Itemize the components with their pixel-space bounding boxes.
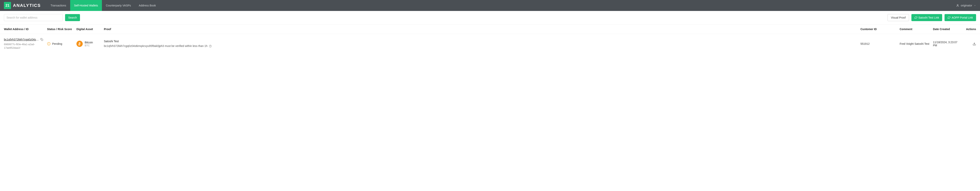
status-label: Pending bbox=[52, 42, 62, 45]
nav-self-hosted-wallets[interactable]: Self-Hosted Wallets bbox=[70, 0, 102, 11]
toolbar: Search Visual Proof Satoshi Test Link AO… bbox=[0, 11, 980, 24]
col-header-proof: Proof bbox=[104, 28, 861, 31]
user-name: originator bbox=[961, 4, 972, 7]
nav-transactions[interactable]: Transactions bbox=[47, 0, 70, 11]
pending-icon bbox=[47, 42, 51, 46]
satoshi-link-label: Satoshi Test Link bbox=[918, 16, 939, 19]
date-created: 11/18/2024, 3:23:07 PM bbox=[933, 41, 964, 47]
asset-name: Bitcoin bbox=[85, 41, 93, 44]
col-header-status: Status / Risk Score bbox=[47, 28, 76, 31]
refresh-icon bbox=[915, 16, 917, 19]
logo-text: ANALYTICS bbox=[13, 3, 41, 8]
satoshi-test-link-button[interactable]: Satoshi Test Link bbox=[912, 14, 942, 21]
table-row: bc1q5rh372kkh7cgq0z04stk... 6969977c-f93… bbox=[0, 34, 980, 54]
bitcoin-icon: ₿ bbox=[76, 40, 83, 48]
svg-rect-1 bbox=[41, 39, 43, 41]
asset-ticker: BTC bbox=[85, 44, 93, 47]
user-icon bbox=[956, 4, 959, 7]
wallet-id: 6969977c-f93e-46a1-a2ad-17ae852daa1f bbox=[4, 43, 44, 50]
topbar: 21 ANALYTICS Transactions Self-Hosted Wa… bbox=[0, 0, 980, 11]
refresh-icon bbox=[948, 16, 950, 19]
proof-body: bc1q5rh372kkh7cgq0z04stkmq4cvyu95f9ak0jp… bbox=[104, 44, 857, 48]
col-header-comment: Comment bbox=[900, 28, 933, 31]
aopp-portal-link-button[interactable]: AOPP Portal Link bbox=[945, 14, 976, 21]
wallet-address-link[interactable]: bc1q5rh372kkh7cgq0z04stk... bbox=[4, 38, 39, 41]
col-header-asset: Digital Asset bbox=[76, 28, 104, 31]
chevron-down-icon bbox=[974, 4, 976, 7]
nav-counterparty-vasps[interactable]: Counterparty VASPs bbox=[102, 0, 135, 11]
search-input[interactable] bbox=[4, 14, 63, 21]
visual-proof-button[interactable]: Visual Proof bbox=[888, 14, 909, 21]
table-header: Wallet Address / ID Status / Risk Score … bbox=[0, 24, 980, 34]
comment: Fred Voight Satoshi Test bbox=[900, 42, 933, 45]
logo[interactable]: 21 ANALYTICS bbox=[4, 2, 41, 9]
search-button[interactable]: Search bbox=[65, 14, 80, 21]
download-icon[interactable] bbox=[972, 42, 976, 46]
svg-point-4 bbox=[49, 44, 49, 45]
svg-point-0 bbox=[957, 5, 958, 5]
logo-square: 21 bbox=[4, 2, 11, 9]
proof-title: Satoshi Test bbox=[104, 40, 857, 43]
main-nav: Transactions Self-Hosted Wallets Counter… bbox=[47, 0, 160, 11]
help-icon[interactable] bbox=[209, 45, 212, 47]
col-header-date: Date Created bbox=[933, 28, 964, 31]
col-header-actions: Actions bbox=[964, 28, 976, 31]
col-header-address: Wallet Address / ID bbox=[4, 28, 47, 31]
copy-icon[interactable] bbox=[40, 38, 43, 41]
aopp-link-label: AOPP Portal Link bbox=[951, 16, 973, 19]
wallets-table: Wallet Address / ID Status / Risk Score … bbox=[0, 24, 980, 54]
nav-address-book[interactable]: Address Book bbox=[135, 0, 160, 11]
customer-id: 551912 bbox=[861, 42, 900, 45]
col-header-customer: Customer ID bbox=[861, 28, 900, 31]
user-menu[interactable]: originator bbox=[956, 4, 976, 7]
